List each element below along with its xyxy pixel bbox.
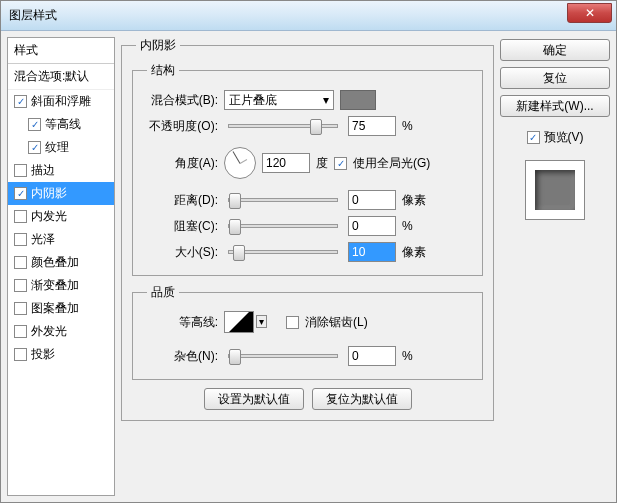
style-item-checkbox[interactable] [14,95,27,108]
style-item-label: 描边 [31,162,108,179]
settings-panel: 内阴影 结构 混合模式(B): 正片叠底 不透明度(O): [121,37,494,496]
noise-unit: % [402,349,432,363]
style-item-label: 光泽 [31,231,108,248]
style-item[interactable]: 颜色叠加 [8,251,114,274]
style-item-label: 渐变叠加 [31,277,108,294]
style-item-label: 内发光 [31,208,108,225]
structure-legend: 结构 [147,62,179,79]
style-item-checkbox[interactable] [28,118,41,131]
size-input[interactable] [348,242,396,262]
style-item-checkbox[interactable] [14,210,27,223]
choke-slider[interactable] [228,224,338,228]
style-item[interactable]: 等高线 [8,113,114,136]
new-style-button[interactable]: 新建样式(W)... [500,95,610,117]
style-item-checkbox[interactable] [14,325,27,338]
style-item-label: 外发光 [31,323,108,340]
style-item[interactable]: 内阴影 [8,182,114,205]
style-item-label: 等高线 [45,116,108,133]
opacity-input[interactable] [348,116,396,136]
style-item[interactable]: 渐变叠加 [8,274,114,297]
style-item[interactable]: 投影 [8,343,114,366]
opacity-label: 不透明度(O): [143,118,218,135]
antialias-label: 消除锯齿(L) [305,314,368,331]
style-item-checkbox[interactable] [14,302,27,315]
size-slider[interactable] [228,250,338,254]
style-sidebar: 样式 混合选项:默认 斜面和浮雕等高线纹理描边内阴影内发光光泽颜色叠加渐变叠加图… [7,37,115,496]
structure-fieldset: 结构 混合模式(B): 正片叠底 不透明度(O): % [132,62,483,276]
style-item-label: 内阴影 [31,185,108,202]
style-item[interactable]: 外发光 [8,320,114,343]
titlebar: 图层样式 ✕ [1,1,616,31]
style-item-label: 投影 [31,346,108,363]
make-default-button[interactable]: 设置为默认值 [204,388,304,410]
quality-legend: 品质 [147,284,179,301]
noise-slider[interactable] [228,354,338,358]
style-item-checkbox[interactable] [14,164,27,177]
opacity-unit: % [402,119,432,133]
antialias-checkbox[interactable] [286,316,299,329]
style-item[interactable]: 斜面和浮雕 [8,90,114,113]
angle-unit: 度 [316,155,328,172]
style-item[interactable]: 光泽 [8,228,114,251]
distance-label: 距离(D): [143,192,218,209]
ok-button[interactable]: 确定 [500,39,610,61]
blend-mode-value: 正片叠底 [229,92,277,109]
distance-slider[interactable] [228,198,338,202]
window-title: 图层样式 [9,7,57,24]
choke-label: 阻塞(C): [143,218,218,235]
style-item-checkbox[interactable] [14,233,27,246]
distance-unit: 像素 [402,192,432,209]
style-item-label: 斜面和浮雕 [31,93,108,110]
angle-label: 角度(A): [143,155,218,172]
contour-label: 等高线: [143,314,218,331]
style-item[interactable]: 内发光 [8,205,114,228]
blend-mode-dropdown[interactable]: 正片叠底 [224,90,334,110]
global-light-label: 使用全局光(G) [353,155,430,172]
style-item[interactable]: 纹理 [8,136,114,159]
size-unit: 像素 [402,244,432,261]
reset-button[interactable]: 复位 [500,67,610,89]
style-item-label: 图案叠加 [31,300,108,317]
reset-default-button[interactable]: 复位为默认值 [312,388,412,410]
preview-checkbox[interactable] [527,131,540,144]
style-item[interactable]: 描边 [8,159,114,182]
style-item-checkbox[interactable] [14,256,27,269]
choke-input[interactable] [348,216,396,236]
global-light-checkbox[interactable] [334,157,347,170]
close-button[interactable]: ✕ [567,3,612,23]
layer-style-dialog: 图层样式 ✕ 样式 混合选项:默认 斜面和浮雕等高线纹理描边内阴影内发光光泽颜色… [0,0,617,503]
style-item-label: 纹理 [45,139,108,156]
preview-box [525,160,585,220]
panel-title: 内阴影 [136,37,180,54]
distance-input[interactable] [348,190,396,210]
preview-texture [535,170,575,210]
noise-label: 杂色(N): [143,348,218,365]
style-item-checkbox[interactable] [14,279,27,292]
sidebar-header: 样式 [8,38,114,64]
inner-shadow-fieldset: 内阴影 结构 混合模式(B): 正片叠底 不透明度(O): [121,37,494,421]
style-item-label: 颜色叠加 [31,254,108,271]
opacity-slider[interactable] [228,124,338,128]
sidebar-subheader[interactable]: 混合选项:默认 [8,64,114,90]
choke-unit: % [402,219,432,233]
contour-picker[interactable] [224,311,254,333]
noise-input[interactable] [348,346,396,366]
close-icon: ✕ [585,6,595,20]
angle-dial[interactable] [224,147,256,179]
preview-label: 预览(V) [544,129,584,146]
angle-input[interactable] [262,153,310,173]
style-list: 斜面和浮雕等高线纹理描边内阴影内发光光泽颜色叠加渐变叠加图案叠加外发光投影 [8,90,114,495]
style-item[interactable]: 图案叠加 [8,297,114,320]
style-item-checkbox[interactable] [14,187,27,200]
blend-mode-label: 混合模式(B): [143,92,218,109]
size-label: 大小(S): [143,244,218,261]
style-item-checkbox[interactable] [28,141,41,154]
action-panel: 确定 复位 新建样式(W)... 预览(V) [500,37,610,496]
style-item-checkbox[interactable] [14,348,27,361]
quality-fieldset: 品质 等高线: 消除锯齿(L) 杂色(N): % [132,284,483,380]
color-swatch[interactable] [340,90,376,110]
